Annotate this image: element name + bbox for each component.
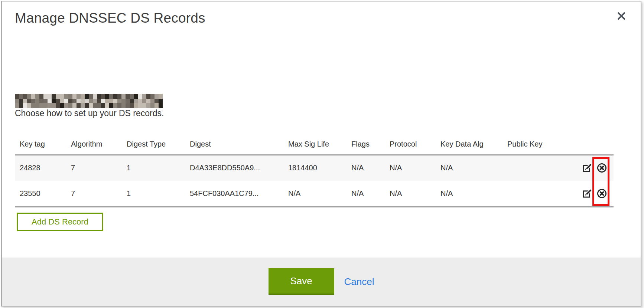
col-header-public-key: Public Key [502, 134, 560, 155]
table-row: 24828 7 1 D4A33E8DD550A9... 1814400 N/A … [15, 155, 614, 181]
table-header-row: Key tag Algorithm Digest Type Digest Max… [15, 134, 614, 155]
table-row: 23550 7 1 54FCF030AA1C79... N/A N/A N/A … [15, 181, 614, 207]
add-ds-record-button[interactable]: Add DS Record [17, 213, 103, 231]
page-title: Manage DNSSEC DS Records [15, 10, 205, 26]
circle-x-delete-icon [597, 189, 607, 199]
cell-protocol: N/A [385, 181, 436, 207]
cell-flags: N/A [347, 155, 385, 181]
circle-x-delete-icon [597, 163, 607, 173]
cell-digest-type: 1 [122, 181, 185, 207]
cell-public-key [502, 155, 560, 181]
col-header-key-tag: Key tag [15, 134, 66, 155]
cell-max-sig-life: 1814400 [283, 155, 347, 181]
ds-records-table: Key tag Algorithm Digest Type Digest Max… [15, 134, 614, 207]
cell-key-data-alg: N/A [436, 155, 502, 181]
col-header-actions [560, 134, 614, 155]
delete-record-button[interactable] [597, 189, 607, 199]
cell-max-sig-life: N/A [283, 181, 347, 207]
col-header-max-sig-life: Max Sig Life [283, 134, 347, 155]
edit-pencil-icon [583, 163, 592, 173]
cell-key-tag: 24828 [15, 155, 66, 181]
cancel-link[interactable]: Cancel [344, 276, 374, 288]
cell-algorithm: 7 [66, 155, 122, 181]
cell-protocol: N/A [385, 155, 436, 181]
manage-dnssec-modal: Manage DNSSEC DS Records Choose how to s… [1, 1, 641, 307]
cell-public-key [502, 181, 560, 207]
instruction-text: Choose how to set up your DS records. [15, 108, 164, 118]
cell-digest: D4A33E8DD550A9... [185, 155, 283, 181]
col-header-algorithm: Algorithm [66, 134, 122, 155]
cell-key-data-alg: N/A [436, 181, 502, 207]
edit-pencil-icon [583, 189, 592, 198]
modal-footer: Save Cancel [2, 258, 641, 306]
col-header-digest: Digest [185, 134, 283, 155]
cell-key-tag: 23550 [15, 181, 66, 207]
close-icon [616, 10, 627, 22]
col-header-digest-type: Digest Type [122, 134, 185, 155]
col-header-flags: Flags [347, 134, 385, 155]
cell-algorithm: 7 [66, 181, 122, 207]
save-button[interactable]: Save [269, 268, 334, 295]
close-button[interactable] [616, 10, 627, 22]
edit-record-button[interactable] [583, 189, 592, 198]
edit-record-button[interactable] [583, 163, 592, 173]
cell-digest-type: 1 [122, 155, 185, 181]
col-header-protocol: Protocol [385, 134, 436, 155]
cell-flags: N/A [347, 181, 385, 207]
col-header-key-data-alg: Key Data Alg [436, 134, 502, 155]
delete-record-button[interactable] [597, 163, 607, 173]
cell-digest: 54FCF030AA1C79... [185, 181, 283, 207]
domain-name-redacted [15, 94, 163, 108]
